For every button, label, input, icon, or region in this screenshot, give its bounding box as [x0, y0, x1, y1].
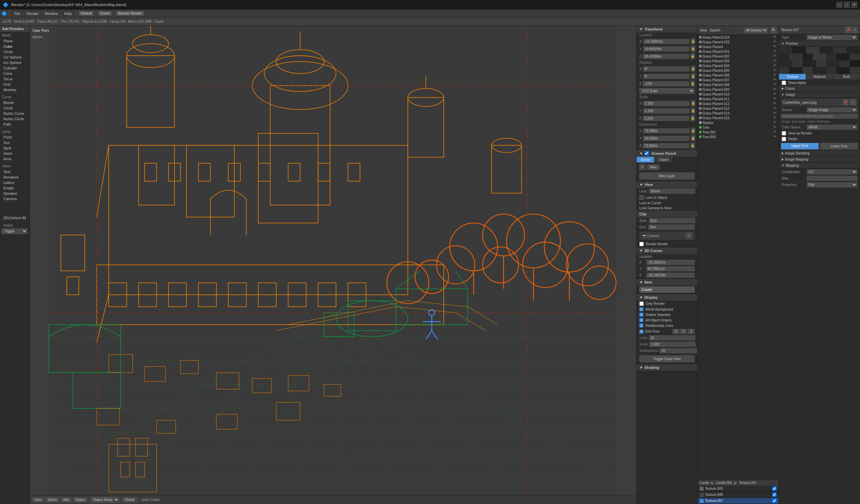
- outliner-item-skybox[interactable]: Skybox 👁: [698, 120, 779, 125]
- other-armature[interactable]: Armature: [0, 175, 29, 180]
- item-header[interactable]: ▼ Item: [636, 279, 697, 285]
- tex-visible-checkbox[interactable]: [772, 492, 777, 497]
- lock-dy-btn[interactable]: 🔒: [691, 135, 695, 141]
- euler-select[interactable]: XYZ Euler: [639, 88, 694, 94]
- outliner-item-grass12[interactable]: Grass Plane4.009 👁: [698, 87, 779, 92]
- outliner-item-tree3[interactable]: Tree.003 👁: [698, 134, 779, 139]
- deselect-all[interactable]: (De)Select All: [2, 215, 27, 221]
- lamp-point[interactable]: Point: [0, 134, 29, 140]
- tex-visible-checkbox[interactable]: [772, 499, 777, 503]
- menu-help[interactable]: Help: [61, 11, 75, 16]
- gp-new-btn[interactable]: New: [647, 164, 660, 170]
- scale-z-input[interactable]: [643, 116, 689, 121]
- cursor-x-input[interactable]: [646, 260, 694, 265]
- curve-circle[interactable]: Circle: [0, 105, 29, 111]
- global-select[interactable]: Global: [123, 497, 137, 502]
- outliner-item-grass3[interactable]: Grass Plane4 👁: [698, 44, 779, 49]
- close-button[interactable]: ✕: [851, 2, 857, 8]
- clip-start-input[interactable]: [649, 218, 695, 223]
- outliner-item-grass15[interactable]: Grass Plane4.012 👁: [698, 101, 779, 106]
- gp-draw-btn[interactable]: ✏: [639, 164, 645, 170]
- menu-window[interactable]: Window: [42, 11, 61, 16]
- lower-first-btn[interactable]: Lower First: [820, 143, 858, 149]
- add-menu[interactable]: Add: [61, 497, 72, 502]
- scene-badge[interactable]: Scene: [98, 11, 112, 16]
- outliner-item-grass2[interactable]: Grass Plane3.025 👁: [698, 40, 779, 44]
- gp-scene-tab[interactable]: Scene: [636, 157, 655, 163]
- texture-tab-btn[interactable]: Texture: [779, 74, 806, 79]
- grid-x-btn[interactable]: X: [673, 329, 680, 334]
- select-menu[interactable]: Select: [45, 497, 60, 502]
- outliner-item-grass16[interactable]: Grass Plane4.013 👁: [698, 106, 779, 111]
- image-close-btn[interactable]: ×: [850, 99, 856, 105]
- view-as-render-checkbox[interactable]: [782, 131, 786, 135]
- location-x-input[interactable]: [643, 39, 689, 44]
- tex-visible-checkbox[interactable]: [772, 486, 777, 491]
- shading-header[interactable]: ▼ Shading: [636, 364, 697, 371]
- outline-checkbox[interactable]: [639, 313, 643, 317]
- lock-dx-btn[interactable]: 🔒: [691, 128, 695, 134]
- image-collapse[interactable]: ▼ Image: [779, 92, 860, 98]
- outliner-item-grass1[interactable]: Grass Plane3.024 👁: [698, 35, 779, 40]
- lamp-spot[interactable]: Spot: [0, 145, 29, 151]
- cursor-z-input[interactable]: [646, 273, 694, 278]
- lock-rz-btn[interactable]: 🔒: [690, 80, 695, 87]
- curve-path[interactable]: Path: [0, 122, 29, 127]
- other-speaker[interactable]: Speaker: [0, 191, 29, 196]
- transform-header[interactable]: ▼ Transform: [636, 26, 697, 32]
- 3d-viewport[interactable]: User Persp Meters: [30, 26, 636, 504]
- only-render-checkbox[interactable]: [639, 301, 644, 306]
- colorspace-select[interactable]: sRGB: [807, 125, 857, 130]
- lock-ry-btn[interactable]: 🔒: [691, 73, 695, 79]
- object-menu[interactable]: Object: [73, 497, 87, 502]
- other-camera[interactable]: Camera: [0, 196, 29, 202]
- material-tab-btn[interactable]: Material: [806, 74, 833, 79]
- lens-input[interactable]: [649, 189, 695, 194]
- tex-prop-close[interactable]: ×: [852, 27, 858, 33]
- layout-badge[interactable]: Default: [79, 11, 94, 16]
- lock-sz-btn[interactable]: 🔒: [690, 115, 695, 121]
- cursor-y-input[interactable]: [646, 266, 694, 271]
- outliner-item-grass9[interactable]: Grass Plane4.006 👁: [698, 73, 779, 77]
- texture-item-3-active[interactable]: Texture.007: [698, 498, 779, 504]
- other-empty[interactable]: Empty: [0, 185, 29, 191]
- grid-z-btn[interactable]: Z: [688, 329, 694, 334]
- outliner-item-grass4[interactable]: Grass Plane4.001 👁: [698, 49, 779, 54]
- fields-checkbox[interactable]: [782, 137, 786, 141]
- outliner-item-grass7[interactable]: Grass Plane4.004 👁: [698, 63, 779, 68]
- coordinates-select[interactable]: UV: [807, 169, 857, 175]
- outliner-item-grass17[interactable]: Grass Plane4.014 👁: [698, 111, 779, 116]
- origins-checkbox[interactable]: [639, 318, 643, 322]
- tex-prop-pin[interactable]: 📌: [845, 27, 851, 33]
- type-select[interactable]: Image or Movie: [807, 35, 857, 40]
- scene-select[interactable]: All Scenes: [744, 28, 768, 33]
- maximize-button[interactable]: □: [844, 2, 850, 8]
- mesh-monkey[interactable]: Monkey: [0, 87, 29, 92]
- mesh-ico-sphere[interactable]: Ico Sphere: [0, 60, 29, 65]
- mesh-cylinder[interactable]: Cylinder: [0, 65, 29, 71]
- toggle-quad-btn[interactable]: Toggle Quad View: [639, 355, 694, 362]
- mesh-uv-sphere[interactable]: UV Sphere: [0, 55, 29, 60]
- scale-input[interactable]: [649, 342, 696, 347]
- relationship-checkbox[interactable]: [639, 324, 643, 328]
- rotation-z-input[interactable]: [643, 81, 689, 86]
- camera-options-btn[interactable]: ×: [686, 233, 692, 239]
- mapping-collapse[interactable]: ▼ Mapping: [779, 163, 860, 169]
- gp-checkbox[interactable]: [644, 151, 649, 155]
- outliner-item-grass18[interactable]: Grass Plane4.015 👁: [698, 116, 779, 120]
- menu-render[interactable]: Render: [24, 11, 41, 16]
- render-border-checkbox[interactable]: [639, 242, 644, 246]
- view-header[interactable]: ▼ View: [636, 181, 697, 188]
- scale-x-input[interactable]: [643, 101, 689, 106]
- grid-floor-checkbox[interactable]: [639, 329, 643, 333]
- mode-select[interactable]: Object Mode: [90, 497, 119, 503]
- curve-nurbs[interactable]: Nurbs Curve: [0, 111, 29, 116]
- clip-end-input[interactable]: [648, 225, 694, 229]
- texture-item-1[interactable]: Texture.005: [698, 486, 779, 492]
- lamp-hemi[interactable]: Hemi: [0, 151, 29, 156]
- image-pin-btn[interactable]: 📌: [842, 99, 848, 105]
- mesh-plane[interactable]: Plane: [0, 38, 29, 44]
- lock-sy-btn[interactable]: 🔒: [691, 108, 695, 114]
- texture-item-2[interactable]: Texture.008: [698, 492, 779, 498]
- outliner-item-tree1[interactable]: Tree 👁: [698, 125, 779, 130]
